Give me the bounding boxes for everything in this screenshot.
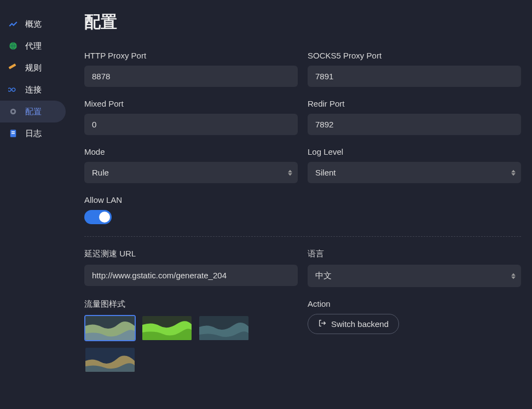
switch-backend-button[interactable]: Switch backend (308, 314, 399, 334)
ruler-icon (8, 62, 19, 73)
chart-style-option-2[interactable] (141, 315, 193, 341)
latency-url-input[interactable] (84, 265, 298, 286)
field-label: 延迟测速 URL (84, 249, 298, 259)
link-icon (8, 84, 19, 95)
field-log-level: Log Level Silent (308, 147, 521, 183)
field-latency-url: 延迟测速 URL (84, 249, 298, 287)
field-label: Mixed Port (84, 99, 298, 108)
sidebar-item-label: 配置 (25, 107, 42, 117)
field-label: Redir Port (308, 99, 521, 108)
field-action: Action Switch backend (308, 299, 521, 373)
field-label: SOCKS5 Proxy Port (308, 51, 521, 60)
gear-icon (8, 106, 19, 117)
sidebar-item-logs[interactable]: 日志 (0, 122, 66, 144)
field-socks5-proxy-port: SOCKS5 Proxy Port (308, 51, 521, 87)
field-mixed-port: Mixed Port (84, 99, 298, 135)
field-http-proxy-port: HTTP Proxy Port (84, 51, 298, 87)
field-allow-lan: Allow LAN (84, 195, 521, 224)
svg-rect-1 (9, 63, 16, 69)
chart-style-option-4[interactable] (84, 347, 136, 373)
globe-icon (8, 40, 19, 51)
allow-lan-toggle[interactable] (84, 210, 112, 224)
field-label: Log Level (308, 147, 521, 156)
sidebar-item-label: 代理 (25, 41, 42, 51)
sidebar-item-rules[interactable]: 规则 (0, 57, 66, 79)
mixed-port-input[interactable] (84, 114, 298, 135)
chart-style-option-3[interactable] (198, 315, 250, 341)
sidebar-item-label: 日志 (25, 128, 42, 139)
logout-icon (318, 319, 327, 329)
log-level-select[interactable]: Silent (308, 162, 521, 183)
svg-rect-6 (11, 133, 15, 134)
field-label: Allow LAN (84, 195, 521, 204)
svg-rect-5 (11, 131, 15, 132)
sidebar-item-config[interactable]: 配置 (0, 101, 66, 122)
toggle-knob (99, 212, 110, 223)
field-label: Action (308, 299, 521, 308)
field-redir-port: Redir Port (308, 99, 521, 135)
svg-point-3 (12, 110, 15, 113)
http-proxy-port-input[interactable] (84, 66, 298, 87)
sidebar-item-label: 概览 (25, 19, 42, 30)
field-label: 语言 (308, 249, 521, 259)
field-chart-style: 流量图样式 (84, 299, 298, 373)
sidebar-item-overview[interactable]: 概览 (0, 13, 66, 35)
field-language: 语言 中文 (308, 249, 521, 287)
field-mode: Mode Rule (84, 147, 298, 183)
field-label: HTTP Proxy Port (84, 51, 298, 60)
socks5-proxy-port-input[interactable] (308, 66, 521, 87)
divider (84, 236, 521, 237)
field-label: 流量图样式 (84, 299, 298, 309)
file-icon (8, 128, 19, 139)
chart-style-option-1[interactable] (84, 315, 136, 341)
sidebar-item-label: 连接 (25, 85, 42, 95)
sidebar-item-connections[interactable]: 连接 (0, 79, 66, 101)
mode-select[interactable]: Rule (84, 162, 298, 183)
sidebar-item-label: 规则 (25, 63, 42, 73)
sidebar-item-proxy[interactable]: 代理 (0, 35, 66, 57)
chart-icon (8, 19, 19, 30)
button-label: Switch backend (331, 319, 389, 329)
sidebar: 概览 代理 规则 连接 配置 日志 (0, 0, 66, 409)
main-content: 配置 HTTP Proxy Port SOCKS5 Proxy Port Mix… (66, 0, 532, 409)
field-label: Mode (84, 147, 298, 156)
language-select[interactable]: 中文 (308, 265, 521, 287)
page-title: 配置 (84, 11, 521, 33)
redir-port-input[interactable] (308, 114, 521, 135)
